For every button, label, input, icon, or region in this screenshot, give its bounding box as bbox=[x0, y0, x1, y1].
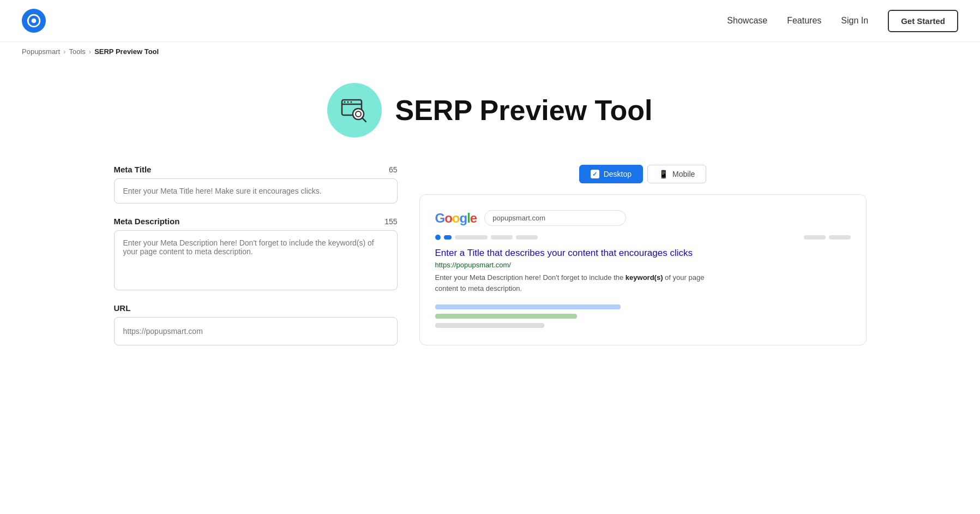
svg-point-5 bbox=[347, 101, 349, 103]
desktop-toggle-button[interactable]: Desktop bbox=[579, 165, 643, 183]
meta-title-group: Meta Title 65 bbox=[114, 165, 398, 204]
skel-right1 bbox=[804, 235, 826, 240]
breadcrumb-home[interactable]: Popupsmart bbox=[22, 47, 60, 56]
desktop-label: Desktop bbox=[604, 170, 632, 178]
skel-blue-short bbox=[444, 235, 452, 240]
header: Showcase Features Sign In Get Started bbox=[0, 0, 980, 42]
logo-svg bbox=[27, 14, 41, 28]
hero-title: SERP Preview Tool bbox=[395, 94, 652, 127]
get-started-button[interactable]: Get Started bbox=[888, 10, 958, 32]
google-header: Google popupsmart.com bbox=[435, 210, 851, 226]
google-o2: o bbox=[452, 211, 460, 225]
logo-icon bbox=[22, 9, 46, 33]
hero-icon bbox=[327, 83, 382, 138]
google-url-bar: popupsmart.com bbox=[484, 210, 626, 226]
nav-features[interactable]: Features bbox=[787, 16, 821, 26]
svg-line-8 bbox=[362, 118, 366, 122]
google-logo: Google bbox=[435, 211, 477, 226]
serp-desc-before: Enter your Meta Description here! Don't … bbox=[435, 273, 626, 282]
desktop-check-icon bbox=[591, 170, 599, 178]
skel-mid2 bbox=[491, 235, 513, 240]
mobile-label: Mobile bbox=[672, 170, 695, 178]
breadcrumb-current: SERP Preview Tool bbox=[94, 47, 159, 56]
hero-section: SERP Preview Tool bbox=[0, 61, 980, 154]
breadcrumb-sep2: › bbox=[89, 47, 91, 56]
meta-description-count: 155 bbox=[384, 217, 397, 226]
bottom-skeleton-lines bbox=[435, 304, 851, 328]
url-header: URL bbox=[114, 303, 398, 313]
google-g: G bbox=[435, 211, 445, 225]
nav-showcase[interactable]: Showcase bbox=[727, 16, 767, 26]
bskel-green bbox=[435, 314, 577, 319]
breadcrumb-tools[interactable]: Tools bbox=[69, 47, 85, 56]
main-content: Meta Title 65 Meta Description 155 URL bbox=[81, 154, 899, 367]
skeleton-nav-row bbox=[435, 235, 851, 240]
meta-description-label: Meta Description bbox=[114, 217, 180, 226]
nav: Showcase Features Sign In Get Started bbox=[727, 10, 958, 32]
bskel-gray bbox=[435, 323, 544, 328]
meta-description-header: Meta Description 155 bbox=[114, 217, 398, 226]
bskel-blue bbox=[435, 304, 621, 309]
svg-point-6 bbox=[351, 101, 352, 103]
right-panel: Desktop 📱 Mobile Google popupsmart.com bbox=[419, 165, 867, 345]
nav-sign-in[interactable]: Sign In bbox=[841, 16, 868, 26]
meta-title-input[interactable] bbox=[114, 178, 398, 204]
svg-point-4 bbox=[344, 101, 346, 103]
breadcrumb-sep1: › bbox=[63, 47, 65, 56]
url-label: URL bbox=[114, 303, 131, 313]
meta-title-label: Meta Title bbox=[114, 165, 152, 174]
serp-url: https://popupsmart.com/ bbox=[435, 261, 851, 269]
serp-preview-card: Google popupsmart.com Enter a Title that… bbox=[419, 194, 867, 345]
serp-description: Enter your Meta Description here! Don't … bbox=[435, 272, 719, 294]
meta-description-input[interactable] bbox=[114, 230, 398, 290]
logo-wrap[interactable] bbox=[22, 9, 46, 33]
google-o1: o bbox=[444, 211, 452, 225]
skel-mid1 bbox=[455, 235, 488, 240]
google-g2: g bbox=[460, 211, 467, 225]
left-panel: Meta Title 65 Meta Description 155 URL bbox=[114, 165, 398, 345]
serp-result: Enter a Title that describes your conten… bbox=[435, 248, 851, 294]
skel-right2 bbox=[829, 235, 851, 240]
google-e: e bbox=[470, 211, 477, 225]
meta-title-header: Meta Title 65 bbox=[114, 165, 398, 174]
meta-title-count: 65 bbox=[389, 165, 398, 174]
serp-title[interactable]: Enter a Title that describes your conten… bbox=[435, 248, 851, 259]
serp-desc-keyword: keyword(s) bbox=[626, 273, 663, 282]
skel-dot bbox=[435, 235, 441, 240]
view-toggle: Desktop 📱 Mobile bbox=[419, 165, 867, 183]
mobile-toggle-button[interactable]: 📱 Mobile bbox=[647, 165, 706, 183]
breadcrumb: Popupsmart › Tools › SERP Preview Tool bbox=[0, 42, 980, 61]
serp-tool-icon bbox=[340, 95, 369, 125]
meta-description-group: Meta Description 155 bbox=[114, 217, 398, 290]
url-group: URL bbox=[114, 303, 398, 345]
mobile-icon: 📱 bbox=[659, 170, 668, 178]
url-input[interactable] bbox=[114, 317, 398, 345]
svg-point-1 bbox=[32, 19, 37, 23]
skel-mid3 bbox=[516, 235, 538, 240]
